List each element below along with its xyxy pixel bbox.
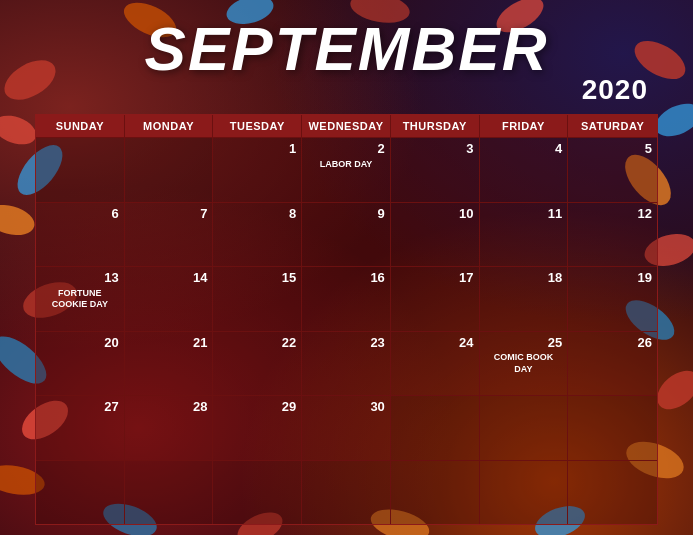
week-row-6 — [36, 460, 657, 525]
day-cell — [213, 461, 302, 525]
day-header-thursday: THURSDAY — [391, 115, 480, 137]
day-cell: 24 — [391, 332, 480, 396]
day-number: 1 — [218, 141, 296, 157]
day-cell — [302, 461, 391, 525]
day-header-monday: MONDAY — [125, 115, 214, 137]
day-cell — [391, 396, 480, 460]
day-cell: 27 — [36, 396, 125, 460]
day-cell: 16 — [302, 267, 391, 331]
day-cell: 20 — [36, 332, 125, 396]
day-header-wednesday: WEDNESDAY — [302, 115, 391, 137]
day-cell: 26 — [568, 332, 657, 396]
day-header-saturday: SATURDAY — [568, 115, 657, 137]
day-number: 3 — [396, 141, 474, 157]
day-number: 27 — [41, 399, 119, 415]
day-cell: 6 — [36, 203, 125, 267]
day-cell: 15 — [213, 267, 302, 331]
day-cell: 3 — [391, 138, 480, 202]
day-cell: 2LABOR DAY — [302, 138, 391, 202]
day-number: 14 — [130, 270, 208, 286]
day-number: 9 — [307, 206, 385, 222]
day-number: 13 — [41, 270, 119, 286]
day-number: 19 — [573, 270, 652, 286]
day-number: 28 — [130, 399, 208, 415]
day-number: 22 — [218, 335, 296, 351]
day-cell: 19 — [568, 267, 657, 331]
day-cell: 9 — [302, 203, 391, 267]
day-header-tuesday: TUESDAY — [213, 115, 302, 137]
day-cell: 11 — [480, 203, 569, 267]
week-row-4: 202122232425COMIC BOOK DAY26 — [36, 331, 657, 396]
day-cell: 29 — [213, 396, 302, 460]
calendar-header: SEPTEMBER 2020 — [35, 10, 658, 106]
day-number: 6 — [41, 206, 119, 222]
day-cell: 25COMIC BOOK DAY — [480, 332, 569, 396]
day-cell: 22 — [213, 332, 302, 396]
day-cell: 5 — [568, 138, 657, 202]
day-number: 21 — [130, 335, 208, 351]
event-label: LABOR DAY — [307, 159, 385, 171]
day-header-friday: FRIDAY — [480, 115, 569, 137]
day-number: 5 — [573, 141, 652, 157]
day-number: 7 — [130, 206, 208, 222]
day-cell — [480, 461, 569, 525]
day-number: 12 — [573, 206, 652, 222]
day-number: 20 — [41, 335, 119, 351]
day-cell — [36, 461, 125, 525]
day-cell: 12 — [568, 203, 657, 267]
calendar-container: SEPTEMBER 2020 SUNDAYMONDAYTUESDAYWEDNES… — [0, 0, 693, 535]
week-row-3: 13FORTUNE COOKIE DAY141516171819 — [36, 266, 657, 331]
day-number: 26 — [573, 335, 652, 351]
day-cell: 17 — [391, 267, 480, 331]
day-number: 15 — [218, 270, 296, 286]
day-cell: 10 — [391, 203, 480, 267]
day-cell: 28 — [125, 396, 214, 460]
day-cell — [125, 138, 214, 202]
day-cell: 7 — [125, 203, 214, 267]
day-cell: 13FORTUNE COOKIE DAY — [36, 267, 125, 331]
day-number: 30 — [307, 399, 385, 415]
day-number: 10 — [396, 206, 474, 222]
month-title: SEPTEMBER — [35, 18, 658, 80]
day-cell: 8 — [213, 203, 302, 267]
day-cell: 14 — [125, 267, 214, 331]
day-cell — [36, 138, 125, 202]
week-row-2: 6789101112 — [36, 202, 657, 267]
day-cell: 18 — [480, 267, 569, 331]
day-cell: 23 — [302, 332, 391, 396]
day-cell — [480, 396, 569, 460]
day-cell: 30 — [302, 396, 391, 460]
day-cell: 21 — [125, 332, 214, 396]
day-number: 2 — [307, 141, 385, 157]
weeks-container: 12LABOR DAY345678910111213FORTUNE COOKIE… — [36, 137, 657, 524]
day-cell — [391, 461, 480, 525]
calendar-grid: SUNDAYMONDAYTUESDAYWEDNESDAYTHURSDAYFRID… — [35, 114, 658, 525]
day-number: 16 — [307, 270, 385, 286]
day-number: 25 — [485, 335, 563, 351]
day-number: 11 — [485, 206, 563, 222]
day-cell: 1 — [213, 138, 302, 202]
calendar-inner: SEPTEMBER 2020 SUNDAYMONDAYTUESDAYWEDNES… — [0, 0, 693, 535]
day-number: 4 — [485, 141, 563, 157]
day-cell — [568, 396, 657, 460]
day-cell: 4 — [480, 138, 569, 202]
event-label: FORTUNE COOKIE DAY — [41, 288, 119, 311]
week-row-5: 27282930 — [36, 395, 657, 460]
day-header-sunday: SUNDAY — [36, 115, 125, 137]
day-number: 17 — [396, 270, 474, 286]
day-number: 29 — [218, 399, 296, 415]
day-number: 23 — [307, 335, 385, 351]
day-number: 8 — [218, 206, 296, 222]
day-number: 18 — [485, 270, 563, 286]
event-label: COMIC BOOK DAY — [485, 352, 563, 375]
day-cell — [125, 461, 214, 525]
week-row-1: 12LABOR DAY345 — [36, 137, 657, 202]
day-cell — [568, 461, 657, 525]
day-headers-row: SUNDAYMONDAYTUESDAYWEDNESDAYTHURSDAYFRID… — [36, 115, 657, 137]
day-number: 24 — [396, 335, 474, 351]
